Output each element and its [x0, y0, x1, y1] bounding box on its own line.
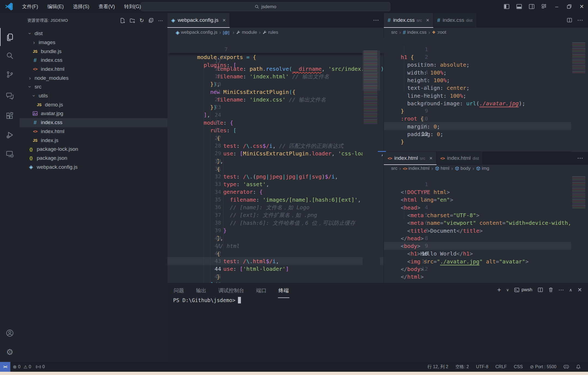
breadcrumb-img[interactable]: img	[476, 166, 489, 171]
breadcrumb-module[interactable]: module	[236, 30, 257, 35]
shell-indicator[interactable]: pwsh	[514, 287, 532, 293]
tree-item-src[interactable]: ›src	[20, 82, 167, 91]
tab-index.html-dist[interactable]: <>index.html dist	[437, 152, 483, 164]
breadcrumb-rules[interactable]: rules	[262, 30, 278, 35]
panel-tab-终端[interactable]: 终端	[278, 285, 289, 298]
extensions-icon[interactable]	[0, 107, 20, 125]
status-行 12, 列 2[interactable]: 行 12, 列 2	[424, 362, 452, 372]
search-icon[interactable]	[0, 47, 20, 64]
breadcrumb-index.html[interactable]: <>index.html	[403, 166, 430, 171]
source-control-icon[interactable]	[0, 66, 20, 84]
customize-layout-icon[interactable]	[538, 0, 550, 13]
tab-webpack.config.js-main[interactable]: ◈webpack.config.js ×	[167, 13, 230, 28]
tree-item-dist[interactable]: ›dist	[20, 29, 167, 38]
restore-icon[interactable]	[563, 0, 575, 13]
terminal-prompt[interactable]: PS D:\Github\jsdemo>	[173, 297, 241, 303]
code-editor-webpack[interactable]: 7 module.exports = { 15 plugins: [ 17 te…	[167, 38, 384, 283]
status-空格: 2[interactable]: 空格: 2	[452, 362, 473, 372]
collapse-all-icon[interactable]	[148, 18, 154, 23]
kill-terminal-icon[interactable]	[548, 287, 553, 293]
breadcrumb-index.css[interactable]: #index.css	[403, 29, 427, 36]
more-actions-icon[interactable]: ⋯	[577, 155, 583, 162]
close-tab-icon[interactable]: ×	[426, 17, 429, 23]
new-file-icon[interactable]	[120, 18, 125, 23]
notifications-bell-icon[interactable]	[572, 362, 584, 372]
tab-index.css-dist[interactable]: #index.css dist	[433, 13, 477, 27]
breadcrumbs[interactable]: ◈webpack.config.js›[@]›module›rules	[167, 27, 392, 38]
refresh-icon[interactable]: ↻	[139, 17, 144, 24]
command-center-search[interactable]: jsdemo	[141, 2, 390, 11]
minimap[interactable]	[571, 38, 588, 152]
menu-1[interactable]: 编辑(E)	[43, 4, 68, 9]
minimap[interactable]	[363, 38, 380, 283]
tab-index.html-src[interactable]: <>index.html src ×	[384, 152, 437, 165]
run-debug-icon[interactable]	[0, 126, 20, 144]
tree-item-images[interactable]: ›images	[20, 38, 167, 47]
more-icon[interactable]: ⋯	[559, 287, 564, 293]
status-CRLF[interactable]: CRLF	[492, 362, 510, 372]
close-icon[interactable]: ✕	[575, 0, 588, 13]
tree-item-package.json[interactable]: {}package.json	[20, 153, 167, 162]
minimap[interactable]	[571, 173, 588, 283]
more-actions-icon[interactable]: ⋯	[158, 17, 163, 24]
remote-explorer-icon[interactable]	[0, 145, 20, 163]
tree-item-index.html[interactable]: <>index.html	[20, 127, 167, 136]
menu-2[interactable]: 选择(S)	[68, 4, 94, 9]
toggle-panel-icon[interactable]	[513, 0, 525, 13]
tree-item-index.js[interactable]: JSindex.js	[20, 136, 167, 145]
problems-status[interactable]: ⊗0 ⚠0	[10, 362, 33, 372]
tree-item-bundle.js[interactable]: JSbundle.js	[20, 47, 167, 56]
terminal-dropdown-icon[interactable]: ∨	[506, 288, 509, 292]
more-actions-icon[interactable]: ⋯	[577, 17, 583, 24]
files-icon[interactable]	[0, 28, 20, 46]
tree-item-node_modules[interactable]: ›node_modules	[20, 73, 167, 82]
status-CSS[interactable]: CSS	[510, 362, 526, 372]
menu-3[interactable]: 查看(V)	[94, 4, 120, 9]
breadcrumbs[interactable]: src›#index.css›❖:root	[384, 27, 588, 38]
toggle-sidebar-icon[interactable]	[500, 0, 513, 13]
tree-item-webpack.config.js[interactable]: ◈webpack.config.js	[20, 162, 167, 171]
code-editor-css[interactable]: 1 h1 { 2 position: absolute; 3 width: 10…	[384, 38, 588, 152]
breadcrumb-body[interactable]: body	[455, 166, 471, 171]
tree-item-package-lock.json[interactable]: {}package-lock.json	[20, 145, 167, 154]
remote-indicator[interactable]: ><	[0, 362, 10, 372]
breadcrumb-src[interactable]: src	[391, 30, 397, 35]
toggle-secondary-sidebar-icon[interactable]	[525, 0, 538, 13]
tree-item-index.css[interactable]: #index.css	[20, 118, 167, 127]
new-terminal-icon[interactable]: +	[497, 286, 501, 294]
minimize-icon[interactable]: –	[550, 0, 563, 13]
tree-item-avatar.jpg[interactable]: avatar.jpg	[20, 109, 167, 118]
tree-item-utils[interactable]: ›utils	[20, 91, 167, 100]
ports-status[interactable]: 0	[33, 362, 47, 372]
breadcrumbs[interactable]: src›<>index.html›html›body›img	[384, 164, 588, 173]
breadcrumb-src[interactable]: src	[391, 166, 397, 171]
maximize-panel-icon[interactable]: ∧	[569, 287, 572, 293]
close-panel-icon[interactable]: ✕	[577, 287, 582, 293]
chat-icon[interactable]	[0, 87, 20, 105]
menu-0[interactable]: 文件(F)	[17, 4, 43, 9]
tree-item-index.css[interactable]: #index.css	[20, 56, 167, 65]
close-tab-icon[interactable]: ×	[223, 17, 226, 23]
tree-item-index.html[interactable]: <>index.html	[20, 64, 167, 73]
new-folder-icon[interactable]	[130, 18, 135, 23]
status-UTF-8[interactable]: UTF-8	[472, 362, 492, 372]
editor-sash-horizontal[interactable]	[384, 152, 588, 152]
breadcrumb-webpack.config.js[interactable]: ◈webpack.config.js	[176, 29, 218, 36]
status-Port : 5500[interactable]: ⊘Port : 5500	[526, 362, 560, 372]
panel-tab-端口[interactable]: 端口	[256, 285, 267, 298]
breadcrumb-:root[interactable]: ❖:root	[432, 30, 446, 35]
code-editor-html[interactable]: 1 <!DOCTYPE html> 2 <html lang="en"> 3 <…	[384, 173, 588, 283]
panel-tab-调试控制台[interactable]: 调试控制台	[218, 285, 245, 298]
panel-tab-输出[interactable]: 输出	[195, 285, 207, 298]
copilot-icon[interactable]	[560, 362, 572, 372]
split-editor-icon[interactable]	[567, 17, 572, 23]
panel-tab-问题[interactable]: 问题	[173, 285, 185, 298]
tab-index.css-src[interactable]: #index.css src ×	[384, 13, 433, 28]
split-terminal-icon[interactable]	[538, 287, 543, 293]
close-tab-icon[interactable]: ×	[429, 155, 433, 161]
breadcrumb-<unknown>[interactable]: [@]	[223, 30, 231, 35]
editor-sash-vertical[interactable]	[384, 13, 384, 283]
tree-item-demo.js[interactable]: JSdemo.js	[20, 100, 167, 109]
account-icon[interactable]	[0, 324, 20, 342]
settings-gear-icon[interactable]: ⚙	[0, 343, 20, 361]
